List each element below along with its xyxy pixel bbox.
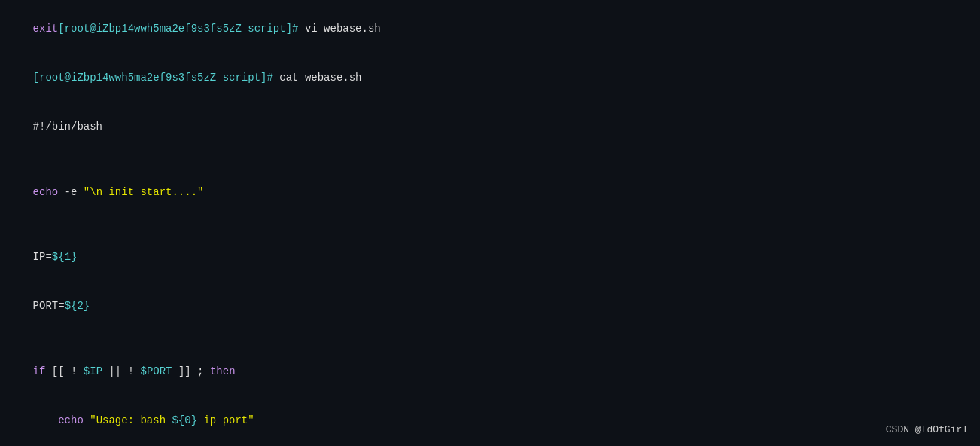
prompt-1: [root@iZbp14wwh5ma2ef9s3fs5zZ script]#: [58, 23, 298, 35]
line-port: PORT=${2}: [8, 283, 972, 331]
var-port-val: ${2}: [65, 300, 90, 312]
blank-2: [8, 217, 972, 234]
line-ip: IP=${1}: [8, 234, 972, 283]
watermark: CSDN @TdOfGirl: [886, 424, 968, 435]
kw-then1: then: [210, 365, 236, 377]
line-shebang: #!/bin/bash: [8, 102, 972, 151]
if1-or: || !: [102, 365, 140, 377]
terminal: exit[root@iZbp14wwh5ma2ef9s3fs5zZ script…: [0, 0, 980, 446]
line-if1: if [[ ! $IP || ! $PORT ]] ; then: [8, 347, 972, 396]
if1-bracket: [[ !: [45, 365, 83, 377]
kw-echo1: echo: [33, 186, 59, 198]
echo1-str: "\n init start....": [84, 186, 204, 198]
var-ip-val: ${1}: [52, 251, 78, 263]
echo1-flag: -e: [58, 186, 84, 198]
line-echo-usage: echo "Usage: bash ${0} ip port": [8, 397, 972, 446]
cmd-2: cat webase.sh: [273, 72, 362, 84]
echo2-var: ${0}: [172, 414, 197, 426]
exit-cmd: exit: [33, 23, 59, 35]
echo2-sp: [84, 414, 90, 426]
indent1: [33, 414, 59, 426]
line-2: [root@iZbp14wwh5ma2ef9s3fs5zZ script]# c…: [8, 53, 972, 102]
kw-if1: if: [33, 365, 46, 377]
var-ip-name: IP=: [33, 251, 52, 263]
echo2-str: "Usage: bash: [90, 414, 172, 426]
shebang: #!/bin/bash: [33, 121, 102, 133]
blank-1: [8, 151, 972, 168]
blank-3: [8, 331, 972, 348]
kw-echo2: echo: [58, 414, 84, 426]
echo2-str2: ip port": [197, 414, 254, 426]
cmd-1: vi webase.sh: [298, 23, 380, 35]
prompt-2: [root@iZbp14wwh5ma2ef9s3fs5zZ script]#: [33, 72, 273, 84]
if1-ip: $IP: [84, 365, 102, 377]
line-1: exit[root@iZbp14wwh5ma2ef9s3fs5zZ script…: [8, 5, 972, 53]
line-echo1: echo -e "\n init start....": [8, 168, 972, 217]
var-port-name: PORT=: [33, 300, 65, 312]
if1-port: $PORT: [140, 365, 172, 377]
if1-close: ]] ;: [172, 365, 210, 377]
